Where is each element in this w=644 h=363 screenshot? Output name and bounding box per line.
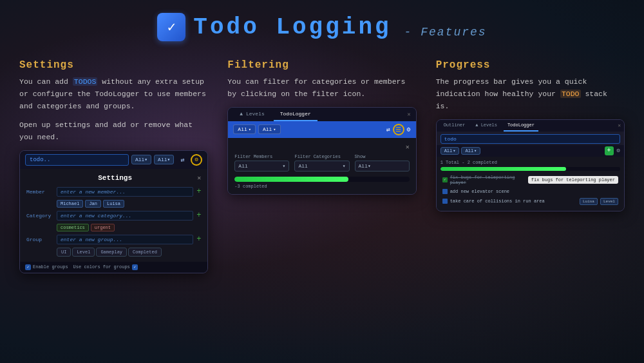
category-row: Category enter a new category... + bbox=[26, 211, 201, 221]
progress-filter-toolbar: All ▾ All ▾ + ⚙ bbox=[437, 145, 624, 157]
filter-members-value: All bbox=[238, 163, 247, 169]
settings-icon-filter[interactable]: ⚙ bbox=[407, 126, 411, 133]
progress-add-btn[interactable]: + bbox=[605, 146, 614, 155]
filter-panel: ✕ Filter Members All ▾ Filter Categories bbox=[228, 138, 415, 194]
todo-highlight: TODO bbox=[560, 90, 581, 98]
todo-item-3: take care of collisions in run area Luis… bbox=[440, 197, 620, 206]
todo-item-1: ✓ fix bugs for teleporting player fix bu… bbox=[440, 173, 620, 186]
filter-all-member-btn[interactable]: All ▾ bbox=[233, 124, 256, 134]
settings-title: Settings bbox=[19, 59, 208, 71]
progress-filter-all-2[interactable]: All ▾ bbox=[461, 147, 480, 155]
todo-badge-level: Level bbox=[600, 198, 618, 205]
todo-checkbox-3[interactable] bbox=[442, 199, 448, 204]
filter-mock-window: ▲ Levels TodoLogger ✕ All ▾ All ▾ ⇄ ☰ ⚙ bbox=[227, 107, 416, 195]
filter-show-select[interactable]: All▾ bbox=[355, 161, 410, 172]
progress-search-value: todo bbox=[444, 136, 457, 142]
filter-all-btn-2[interactable]: All▾ bbox=[154, 155, 174, 164]
todo-item-2: add new elevator scene bbox=[440, 188, 620, 195]
filter-progress-bar-fill bbox=[234, 177, 348, 182]
settings-toolbar: todo.. All▾ All▾ ⇄ ⚙ bbox=[20, 151, 207, 169]
features-columns: Settings You can add TODOS without any e… bbox=[19, 59, 625, 273]
filter-tab-levels[interactable]: ▲ Levels bbox=[233, 108, 270, 121]
header: ✓ Todo Logging - Features bbox=[19, 13, 625, 41]
progress-tab-todologger[interactable]: TodoLogger bbox=[504, 120, 538, 132]
member-row: Member enter a new member... + bbox=[26, 187, 201, 197]
filter-all-btn-1[interactable]: All▾ bbox=[131, 155, 151, 164]
todo-text-3: take care of collisions in run area bbox=[450, 199, 577, 204]
todo-badge-luisa: Luisa bbox=[580, 198, 598, 205]
settings-search-input[interactable]: todo.. bbox=[25, 154, 129, 166]
filter-members-group: Filter Members All ▾ bbox=[234, 154, 289, 172]
category-input[interactable]: enter a new category... bbox=[57, 211, 193, 221]
use-colors-checkbox[interactable]: Use colors for groups ✓ bbox=[73, 264, 138, 270]
progress-mock-window: Outliner ▲ Levels TodoLogger ✕ todo All … bbox=[436, 119, 625, 211]
filter-fields: Filter Members All ▾ Filter Categories A… bbox=[234, 154, 409, 172]
settings-column: Settings You can add TODOS without any e… bbox=[19, 59, 208, 273]
filtering-title: Filtering bbox=[227, 59, 416, 71]
use-colors-cb-icon: ✓ bbox=[132, 264, 138, 270]
progress-tab-outliner[interactable]: Outliner bbox=[440, 120, 469, 132]
add-group-btn[interactable]: + bbox=[196, 235, 201, 244]
filter-members-select[interactable]: All ▾ bbox=[234, 161, 289, 172]
filter-tab-todologger[interactable]: TodoLogger bbox=[274, 108, 317, 121]
filter-blue-toolbar: All ▾ All ▾ ⇄ ☰ ⚙ bbox=[228, 121, 415, 138]
filter-panel-close-btn[interactable]: ✕ bbox=[406, 143, 410, 151]
filter-circle-icon[interactable]: ☰ bbox=[393, 124, 404, 135]
progress-search-input[interactable]: todo bbox=[440, 134, 620, 144]
filter-members-arrow: ▾ bbox=[283, 163, 286, 169]
app-title: Todo Logging bbox=[193, 14, 391, 41]
group-tab-completed[interactable]: Completed bbox=[128, 248, 162, 257]
progress-bar-container bbox=[440, 167, 620, 171]
filter-all-category-btn[interactable]: All ▾ bbox=[258, 124, 281, 134]
filter-categories-value: All bbox=[298, 163, 307, 169]
settings-panel-header: Settings ✕ bbox=[26, 174, 201, 182]
group-tab-level[interactable]: Level bbox=[72, 248, 95, 257]
category-label: Category bbox=[26, 213, 53, 219]
category-tag-cosmetics: cosmetics bbox=[57, 224, 89, 231]
group-tab-ui[interactable]: UI bbox=[57, 248, 71, 257]
settings-panel-title: Settings bbox=[33, 174, 197, 182]
use-colors-label: Use colors for groups bbox=[73, 264, 130, 270]
filter-categories-label: Filter Categories bbox=[294, 154, 349, 159]
progress-settings-icon[interactable]: ⚙ bbox=[617, 147, 620, 154]
filter-members-label: Filter Members bbox=[234, 154, 289, 159]
filter-show-value: All▾ bbox=[359, 163, 371, 169]
filter-categories-arrow: ▾ bbox=[343, 163, 346, 169]
settings-gear-icon[interactable]: ⚙ bbox=[191, 154, 202, 166]
group-input[interactable]: enter a new group... bbox=[57, 235, 193, 244]
member-tag-jan: Jan bbox=[85, 200, 101, 208]
progress-tab-close[interactable]: ✕ bbox=[618, 123, 621, 128]
settings-footer: ✓ Enable groups Use colors for groups ✓ bbox=[20, 262, 207, 273]
progress-total-text: 1 Total - 2 completed bbox=[440, 160, 620, 165]
refresh-icon[interactable]: ⇄ bbox=[386, 126, 390, 133]
group-tab-gameplay[interactable]: Gameplay bbox=[96, 248, 127, 257]
todo-checkbox-2[interactable] bbox=[442, 189, 448, 194]
member-tag-luisa: Luisa bbox=[103, 200, 124, 208]
member-tags: Michael Jan Luisa bbox=[57, 200, 201, 208]
group-tabs: UI Level Gameplay Completed bbox=[57, 248, 201, 257]
app-subtitle: - Features bbox=[404, 26, 487, 39]
group-row: Group enter a new group... + bbox=[26, 235, 201, 244]
todo-checkbox-1[interactable]: ✓ bbox=[442, 177, 448, 182]
member-input[interactable]: enter a new member... bbox=[57, 187, 193, 197]
enable-groups-checkbox[interactable]: ✓ Enable groups bbox=[25, 264, 68, 270]
todos-highlight: TODOS bbox=[73, 77, 98, 86]
filter-panel-close-row: ✕ bbox=[234, 143, 409, 151]
filter-categories-group: Filter Categories All ▾ bbox=[294, 154, 349, 172]
settings-close-btn[interactable]: ✕ bbox=[197, 174, 201, 182]
enable-groups-label: Enable groups bbox=[33, 264, 68, 270]
filter-completed-text: -3 completed bbox=[234, 184, 409, 189]
category-tags: cosmetics urgent bbox=[57, 224, 201, 231]
progress-column: Progress The progress bar gives you a qu… bbox=[436, 59, 625, 211]
progress-tab-levels[interactable]: ▲ Levels bbox=[471, 120, 501, 132]
progress-filter-all-1[interactable]: All ▾ bbox=[440, 147, 460, 155]
member-label: Member bbox=[26, 189, 53, 195]
filter-categories-select[interactable]: All ▾ bbox=[294, 161, 349, 172]
add-category-btn[interactable]: + bbox=[196, 211, 201, 220]
progress-tabbar: Outliner ▲ Levels TodoLogger ✕ bbox=[437, 120, 624, 132]
settings-text3: Open up settings and add or remove what … bbox=[19, 119, 208, 144]
add-member-btn[interactable]: + bbox=[196, 187, 201, 196]
layout-icon[interactable]: ⇄ bbox=[176, 154, 188, 166]
todo-text-2: add new elevator scene bbox=[450, 189, 618, 194]
filter-tab-close[interactable]: ✕ bbox=[407, 111, 410, 118]
